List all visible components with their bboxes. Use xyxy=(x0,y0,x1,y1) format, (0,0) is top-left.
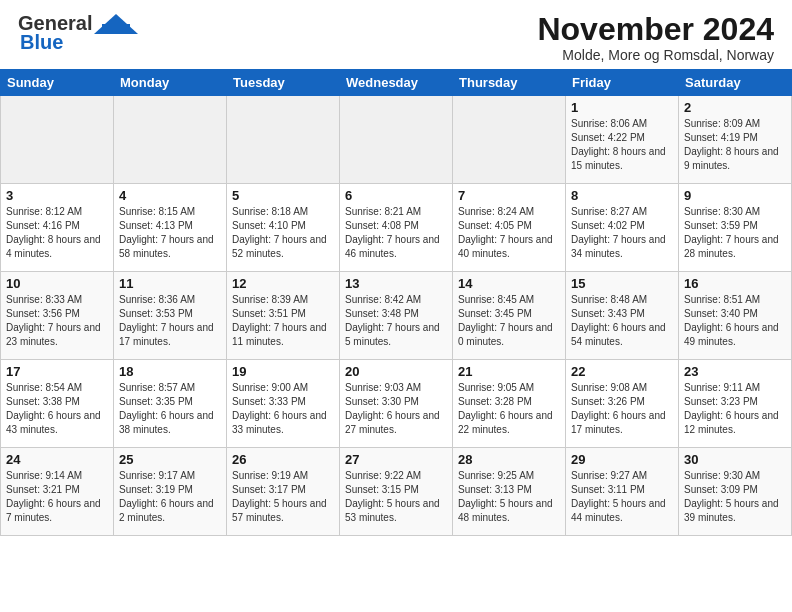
weekday-header-saturday: Saturday xyxy=(679,70,792,96)
day-number: 10 xyxy=(6,276,108,291)
svg-rect-1 xyxy=(102,24,130,34)
calendar-week-4: 17Sunrise: 8:54 AM Sunset: 3:38 PM Dayli… xyxy=(1,360,792,448)
day-number: 25 xyxy=(119,452,221,467)
calendar-cell: 6Sunrise: 8:21 AM Sunset: 4:08 PM Daylig… xyxy=(340,184,453,272)
calendar-cell xyxy=(453,96,566,184)
day-number: 1 xyxy=(571,100,673,115)
day-number: 16 xyxy=(684,276,786,291)
day-number: 9 xyxy=(684,188,786,203)
day-number: 3 xyxy=(6,188,108,203)
day-info: Sunrise: 8:42 AM Sunset: 3:48 PM Dayligh… xyxy=(345,293,447,349)
day-info: Sunrise: 8:39 AM Sunset: 3:51 PM Dayligh… xyxy=(232,293,334,349)
day-info: Sunrise: 8:27 AM Sunset: 4:02 PM Dayligh… xyxy=(571,205,673,261)
day-info: Sunrise: 8:30 AM Sunset: 3:59 PM Dayligh… xyxy=(684,205,786,261)
calendar-cell: 23Sunrise: 9:11 AM Sunset: 3:23 PM Dayli… xyxy=(679,360,792,448)
calendar-cell: 2Sunrise: 8:09 AM Sunset: 4:19 PM Daylig… xyxy=(679,96,792,184)
logo: General Blue xyxy=(18,12,138,54)
calendar-week-5: 24Sunrise: 9:14 AM Sunset: 3:21 PM Dayli… xyxy=(1,448,792,536)
calendar-cell: 22Sunrise: 9:08 AM Sunset: 3:26 PM Dayli… xyxy=(566,360,679,448)
calendar-cell xyxy=(1,96,114,184)
weekday-header-tuesday: Tuesday xyxy=(227,70,340,96)
calendar-cell xyxy=(227,96,340,184)
day-info: Sunrise: 8:09 AM Sunset: 4:19 PM Dayligh… xyxy=(684,117,786,173)
calendar-week-3: 10Sunrise: 8:33 AM Sunset: 3:56 PM Dayli… xyxy=(1,272,792,360)
weekday-header-friday: Friday xyxy=(566,70,679,96)
weekday-header-sunday: Sunday xyxy=(1,70,114,96)
calendar-cell: 5Sunrise: 8:18 AM Sunset: 4:10 PM Daylig… xyxy=(227,184,340,272)
calendar-cell: 14Sunrise: 8:45 AM Sunset: 3:45 PM Dayli… xyxy=(453,272,566,360)
day-info: Sunrise: 8:48 AM Sunset: 3:43 PM Dayligh… xyxy=(571,293,673,349)
calendar-cell: 19Sunrise: 9:00 AM Sunset: 3:33 PM Dayli… xyxy=(227,360,340,448)
calendar-cell: 29Sunrise: 9:27 AM Sunset: 3:11 PM Dayli… xyxy=(566,448,679,536)
calendar-cell: 7Sunrise: 8:24 AM Sunset: 4:05 PM Daylig… xyxy=(453,184,566,272)
location-text: Molde, More og Romsdal, Norway xyxy=(537,47,774,63)
day-number: 15 xyxy=(571,276,673,291)
day-number: 30 xyxy=(684,452,786,467)
day-info: Sunrise: 8:06 AM Sunset: 4:22 PM Dayligh… xyxy=(571,117,673,173)
calendar-cell: 17Sunrise: 8:54 AM Sunset: 3:38 PM Dayli… xyxy=(1,360,114,448)
day-number: 19 xyxy=(232,364,334,379)
day-info: Sunrise: 8:54 AM Sunset: 3:38 PM Dayligh… xyxy=(6,381,108,437)
day-info: Sunrise: 9:05 AM Sunset: 3:28 PM Dayligh… xyxy=(458,381,560,437)
day-number: 6 xyxy=(345,188,447,203)
calendar-cell: 27Sunrise: 9:22 AM Sunset: 3:15 PM Dayli… xyxy=(340,448,453,536)
calendar-cell: 21Sunrise: 9:05 AM Sunset: 3:28 PM Dayli… xyxy=(453,360,566,448)
day-info: Sunrise: 9:30 AM Sunset: 3:09 PM Dayligh… xyxy=(684,469,786,525)
day-number: 7 xyxy=(458,188,560,203)
day-info: Sunrise: 8:36 AM Sunset: 3:53 PM Dayligh… xyxy=(119,293,221,349)
calendar-week-2: 3Sunrise: 8:12 AM Sunset: 4:16 PM Daylig… xyxy=(1,184,792,272)
calendar-cell: 13Sunrise: 8:42 AM Sunset: 3:48 PM Dayli… xyxy=(340,272,453,360)
weekday-header-thursday: Thursday xyxy=(453,70,566,96)
day-info: Sunrise: 8:45 AM Sunset: 3:45 PM Dayligh… xyxy=(458,293,560,349)
calendar-cell: 26Sunrise: 9:19 AM Sunset: 3:17 PM Dayli… xyxy=(227,448,340,536)
calendar-cell: 16Sunrise: 8:51 AM Sunset: 3:40 PM Dayli… xyxy=(679,272,792,360)
day-number: 23 xyxy=(684,364,786,379)
day-info: Sunrise: 8:33 AM Sunset: 3:56 PM Dayligh… xyxy=(6,293,108,349)
day-number: 22 xyxy=(571,364,673,379)
logo-icon xyxy=(94,14,138,34)
day-number: 2 xyxy=(684,100,786,115)
day-info: Sunrise: 8:21 AM Sunset: 4:08 PM Dayligh… xyxy=(345,205,447,261)
day-number: 13 xyxy=(345,276,447,291)
calendar-cell: 18Sunrise: 8:57 AM Sunset: 3:35 PM Dayli… xyxy=(114,360,227,448)
calendar-cell: 24Sunrise: 9:14 AM Sunset: 3:21 PM Dayli… xyxy=(1,448,114,536)
calendar-header-row: SundayMondayTuesdayWednesdayThursdayFrid… xyxy=(1,70,792,96)
day-info: Sunrise: 9:19 AM Sunset: 3:17 PM Dayligh… xyxy=(232,469,334,525)
day-number: 8 xyxy=(571,188,673,203)
calendar-cell: 9Sunrise: 8:30 AM Sunset: 3:59 PM Daylig… xyxy=(679,184,792,272)
day-number: 12 xyxy=(232,276,334,291)
day-info: Sunrise: 9:17 AM Sunset: 3:19 PM Dayligh… xyxy=(119,469,221,525)
day-info: Sunrise: 9:14 AM Sunset: 3:21 PM Dayligh… xyxy=(6,469,108,525)
calendar-cell: 28Sunrise: 9:25 AM Sunset: 3:13 PM Dayli… xyxy=(453,448,566,536)
day-info: Sunrise: 9:25 AM Sunset: 3:13 PM Dayligh… xyxy=(458,469,560,525)
day-info: Sunrise: 9:08 AM Sunset: 3:26 PM Dayligh… xyxy=(571,381,673,437)
day-number: 14 xyxy=(458,276,560,291)
calendar-cell: 3Sunrise: 8:12 AM Sunset: 4:16 PM Daylig… xyxy=(1,184,114,272)
calendar-cell: 10Sunrise: 8:33 AM Sunset: 3:56 PM Dayli… xyxy=(1,272,114,360)
calendar-cell: 15Sunrise: 8:48 AM Sunset: 3:43 PM Dayli… xyxy=(566,272,679,360)
page-header: General Blue November 2024 Molde, More o… xyxy=(0,0,792,69)
calendar-cell: 20Sunrise: 9:03 AM Sunset: 3:30 PM Dayli… xyxy=(340,360,453,448)
weekday-header-monday: Monday xyxy=(114,70,227,96)
day-number: 27 xyxy=(345,452,447,467)
calendar-cell: 8Sunrise: 8:27 AM Sunset: 4:02 PM Daylig… xyxy=(566,184,679,272)
month-title: November 2024 xyxy=(537,12,774,47)
calendar-cell: 4Sunrise: 8:15 AM Sunset: 4:13 PM Daylig… xyxy=(114,184,227,272)
day-number: 18 xyxy=(119,364,221,379)
logo-blue-text: Blue xyxy=(20,31,63,54)
day-info: Sunrise: 8:12 AM Sunset: 4:16 PM Dayligh… xyxy=(6,205,108,261)
day-number: 21 xyxy=(458,364,560,379)
day-number: 5 xyxy=(232,188,334,203)
day-number: 11 xyxy=(119,276,221,291)
day-number: 20 xyxy=(345,364,447,379)
day-number: 28 xyxy=(458,452,560,467)
day-info: Sunrise: 8:15 AM Sunset: 4:13 PM Dayligh… xyxy=(119,205,221,261)
calendar-cell: 11Sunrise: 8:36 AM Sunset: 3:53 PM Dayli… xyxy=(114,272,227,360)
day-number: 29 xyxy=(571,452,673,467)
calendar-cell: 12Sunrise: 8:39 AM Sunset: 3:51 PM Dayli… xyxy=(227,272,340,360)
day-info: Sunrise: 9:03 AM Sunset: 3:30 PM Dayligh… xyxy=(345,381,447,437)
day-number: 17 xyxy=(6,364,108,379)
day-info: Sunrise: 8:51 AM Sunset: 3:40 PM Dayligh… xyxy=(684,293,786,349)
day-info: Sunrise: 9:11 AM Sunset: 3:23 PM Dayligh… xyxy=(684,381,786,437)
calendar-cell: 25Sunrise: 9:17 AM Sunset: 3:19 PM Dayli… xyxy=(114,448,227,536)
